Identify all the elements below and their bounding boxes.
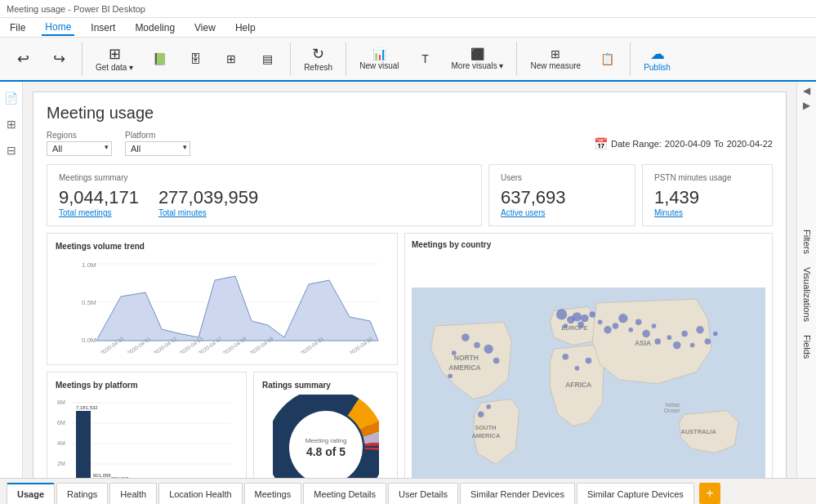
tab-similar-capture-devices[interactable]: Similar Capture Devices: [577, 483, 694, 504]
svg-point-102: [575, 366, 580, 371]
svg-point-88: [618, 314, 627, 323]
menu-modeling[interactable]: Modeling: [132, 20, 178, 35]
tab-health[interactable]: Health: [109, 483, 157, 504]
donut-svg: Meeting rating 4.8 of 5: [273, 395, 379, 478]
svg-text:6M: 6M: [57, 420, 65, 426]
bottom-charts-row: Meetings by platform 8M 6M 4M 2M 0M: [47, 372, 398, 478]
tab-user-details[interactable]: User Details: [388, 483, 458, 504]
svg-point-74: [474, 342, 480, 349]
total-minutes-label[interactable]: Total minutes: [158, 208, 258, 217]
filter-bar: Regions All Platform All: [47, 131, 773, 156]
regions-select-wrapper[interactable]: All: [47, 141, 112, 156]
svg-point-104: [478, 412, 484, 418]
map-chart: Meetings by country: [404, 233, 773, 478]
new-measure-button[interactable]: ⊞ New measure: [524, 45, 587, 74]
dataflow-button[interactable]: ▤: [251, 50, 283, 68]
sql-button[interactable]: 🗄: [179, 50, 212, 68]
active-users-label[interactable]: Active users: [501, 208, 623, 217]
bar-windows[interactable]: [76, 411, 91, 478]
platform-select[interactable]: All: [125, 141, 190, 156]
report-view-icon[interactable]: 📄: [1, 88, 21, 108]
map-chart-title: Meetings by country: [412, 240, 765, 249]
svg-point-83: [563, 323, 568, 328]
tab-meeting-details[interactable]: Meeting Details: [303, 483, 386, 504]
tab-meetings[interactable]: Meetings: [244, 483, 302, 504]
svg-point-82: [581, 314, 588, 322]
tab-add-button[interactable]: +: [699, 483, 720, 504]
new-visual-label: New visual: [359, 61, 399, 70]
donut-wrapper: Meeting rating 4.8 of 5 5 stars: [262, 395, 389, 478]
manage-roles-icon: 📋: [600, 53, 614, 65]
svg-point-86: [604, 326, 611, 333]
excel-icon: 📗: [153, 53, 167, 65]
menu-file[interactable]: File: [7, 20, 29, 35]
world-map-svg: NORTH AMERICA SOUTH AMERICA EUROPE AFRIC…: [412, 254, 765, 478]
regions-select[interactable]: All: [47, 141, 112, 156]
sep4: [516, 42, 517, 75]
pstn-title: PSTN minutes usage: [654, 173, 760, 182]
pstn-minutes-value: 1,439: [654, 187, 760, 208]
svg-point-81: [577, 321, 584, 328]
sep2: [290, 42, 291, 75]
svg-text:AMERICA: AMERICA: [448, 364, 481, 372]
publish-button[interactable]: ☁ Publish: [637, 43, 677, 75]
menu-home[interactable]: Home: [42, 20, 74, 36]
redo-button[interactable]: ↪: [42, 48, 75, 69]
svg-point-91: [642, 330, 649, 337]
more-visuals-button[interactable]: ⬛ More visuals ▾: [445, 45, 511, 74]
tab-similar-render-devices[interactable]: Similar Render Devices: [460, 483, 575, 504]
tab-usage[interactable]: Usage: [7, 483, 55, 504]
manage-roles-button[interactable]: 📋: [591, 50, 623, 68]
refresh-icon: ↻: [312, 47, 324, 61]
fields-sidebar-label[interactable]: Fields: [800, 332, 814, 362]
svg-point-84: [589, 311, 595, 318]
menu-insert[interactable]: Insert: [87, 20, 118, 35]
menu-help[interactable]: Help: [232, 20, 259, 35]
svg-text:0.0M: 0.0M: [82, 337, 96, 344]
visualizations-sidebar-label[interactable]: Visualizations: [800, 264, 814, 325]
enter-data-button[interactable]: ⊞: [215, 50, 247, 68]
ribbon: ↩ ↪ ⊞ Get data ▾ 📗 🗄 ⊞ ▤ ↻ Refresh 📊 New…: [0, 38, 816, 82]
date-separator: To: [714, 139, 724, 149]
collapse-right-icon[interactable]: ◀: [803, 85, 810, 96]
svg-point-78: [556, 309, 567, 319]
get-data-button[interactable]: ⊞ Get data ▾: [89, 43, 140, 75]
svg-text:AUSTRALIA: AUSTRALIA: [680, 428, 716, 435]
svg-point-93: [654, 338, 661, 345]
new-measure-label: New measure: [530, 61, 581, 70]
svg-point-98: [696, 326, 703, 333]
pstn-minutes-metric: 1,439 Minutes: [654, 187, 760, 217]
filters-sidebar-label[interactable]: Filters: [800, 226, 814, 257]
total-minutes-metric: 277,039,959 Total minutes: [158, 187, 258, 217]
svg-point-92: [652, 323, 657, 328]
svg-point-96: [681, 331, 688, 337]
svg-point-95: [673, 341, 680, 349]
refresh-label: Refresh: [304, 63, 332, 72]
excel-button[interactable]: 📗: [143, 50, 176, 68]
expand-right-icon[interactable]: ▶: [803, 100, 810, 111]
svg-point-87: [613, 323, 619, 329]
undo-button[interactable]: ↩: [7, 48, 39, 69]
refresh-button[interactable]: ↻ Refresh: [297, 43, 339, 75]
svg-point-85: [598, 320, 603, 325]
platform-chart-title: Meetings by platform: [56, 381, 238, 390]
svg-point-94: [667, 335, 672, 340]
model-view-icon[interactable]: ⊟: [3, 140, 20, 160]
text-box-button[interactable]: T: [409, 50, 442, 68]
svg-point-101: [562, 354, 569, 360]
tab-ratings[interactable]: Ratings: [56, 483, 108, 504]
date-from: 2020-04-09: [665, 139, 711, 149]
charts-area: Meetings volume trend 1.0M 0.5M 0.0M: [47, 233, 773, 478]
svg-text:7,181,532: 7,181,532: [76, 405, 98, 410]
menu-view[interactable]: View: [191, 20, 219, 35]
platform-filter: Platform All: [125, 131, 190, 156]
svg-point-106: [448, 373, 453, 378]
total-meetings-label[interactable]: Total meetings: [59, 208, 139, 217]
new-visual-button[interactable]: 📊 New visual: [353, 45, 405, 74]
canvas: Meeting usage Regions All Platform All: [23, 82, 796, 478]
svg-text:Meeting rating: Meeting rating: [305, 437, 346, 444]
users-title: Users: [501, 173, 623, 182]
tab-location-health[interactable]: Location Health: [158, 483, 242, 504]
data-view-icon[interactable]: ⊞: [3, 114, 20, 134]
platform-select-wrapper[interactable]: All: [125, 141, 190, 156]
